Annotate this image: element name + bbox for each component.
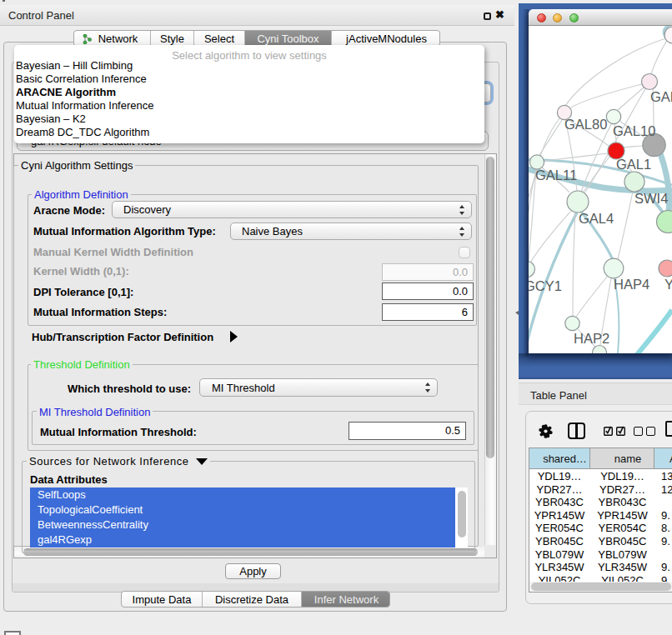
svg-text:GAL4: GAL4 [579,211,614,226]
svg-text:GAL80: GAL80 [564,117,607,132]
svg-text:GAL1: GAL1 [616,157,651,172]
svg-text:GAL10: GAL10 [613,123,655,138]
svg-text:SWI4: SWI4 [634,191,668,206]
svg-text:Y: Y [664,277,672,292]
svg-text:GCY1: GCY1 [529,278,562,293]
svg-text:HAP2: HAP2 [574,331,609,346]
svg-text:GAL11: GAL11 [535,168,577,182]
svg-text:GAL7: GAL7 [650,89,672,104]
svg-text:HAP4: HAP4 [614,277,649,292]
